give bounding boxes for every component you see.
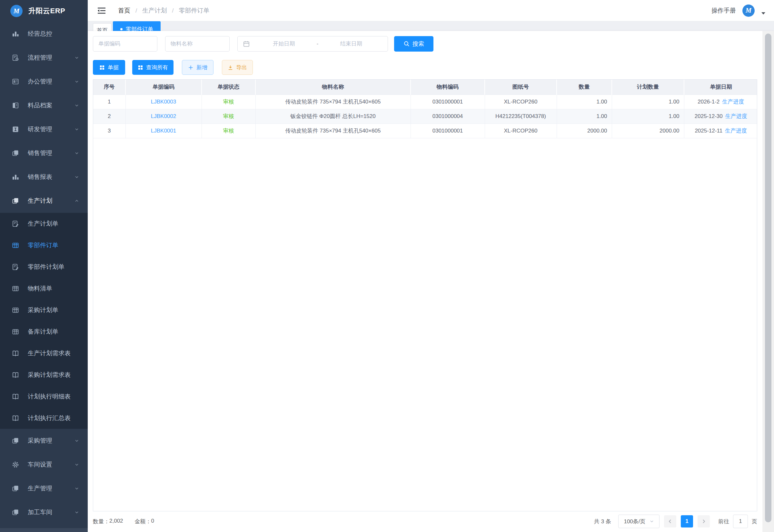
sidebar-item-production-plan-demand[interactable]: 生产计划需求表: [0, 342, 88, 364]
sidebar-item-label: 经营总控: [28, 30, 79, 38]
sidebar-item-production-management[interactable]: 生产管理: [0, 477, 88, 500]
order-code-link[interactable]: LJBK0001: [151, 128, 176, 134]
sidebar: M 升阳云ERP 经营总控 流程管理 办公管理 料品档案: [0, 0, 88, 532]
doc-edit-icon: [12, 263, 20, 271]
open-book-icon: [12, 414, 20, 422]
order-code-link[interactable]: LJBK0003: [151, 99, 176, 105]
quantity-value: 2,002: [109, 518, 123, 525]
sidebar-item-materials-archive[interactable]: 料品档案: [0, 94, 88, 117]
column-header-plan-qty: 计划数量: [612, 80, 684, 94]
sidebar-item-purchase-plan-demand[interactable]: 采购计划需求表: [0, 364, 88, 386]
page-scrollbar: [762, 31, 774, 532]
breadcrumb-production-planning[interactable]: 生产计划: [142, 6, 167, 15]
sidebar-item-production-planning[interactable]: 生产计划: [0, 189, 88, 213]
order-code-link[interactable]: LJBK0002: [151, 113, 176, 119]
pages-icon: [12, 197, 20, 205]
order-button[interactable]: 单据: [93, 60, 125, 75]
app-root: M 升阳云ERP 经营总控 流程管理 办公管理 料品档案: [0, 0, 774, 532]
sidebar-item-rd-management[interactable]: 研发管理: [0, 117, 88, 141]
sidebar-collapse-icon[interactable]: [97, 6, 106, 15]
material-name-input[interactable]: [165, 36, 230, 52]
scrollbar-thumb[interactable]: [765, 34, 771, 522]
sidebar-item-parts-plan-order[interactable]: 零部件计划单: [0, 256, 88, 278]
production-progress-link[interactable]: 生产进度: [725, 113, 747, 119]
query-all-button[interactable]: 查询所有: [132, 60, 174, 75]
production-progress-link[interactable]: 生产进度: [722, 99, 744, 105]
chevron-up-icon: [74, 198, 79, 203]
cell-material-code: 0301000001: [411, 123, 485, 138]
amount-label: 金额：: [135, 518, 151, 525]
add-button-label: 新增: [196, 64, 207, 71]
prev-page-button[interactable]: [664, 515, 676, 527]
pages-icon: [12, 149, 20, 157]
order-date: 2026-1-2: [698, 99, 719, 105]
sidebar-item-sales-management[interactable]: 销售管理: [0, 141, 88, 165]
add-button[interactable]: 新增: [182, 60, 213, 75]
sidebar-item-plan-execution-detail[interactable]: 计划执行明细表: [0, 386, 88, 407]
cell-plan-qty: 2000.00: [612, 123, 684, 138]
chart-bar-icon: [12, 173, 20, 181]
order-button-label: 单据: [108, 64, 119, 71]
column-header-material-code: 物料编码: [411, 80, 485, 94]
sidebar-item-workshop-settings[interactable]: 车间设置: [0, 453, 88, 477]
sidebar-item-label: 车间设置: [28, 460, 74, 469]
search-button[interactable]: 搜索: [394, 36, 433, 52]
summary-stats: 数量：2,002 金额：0: [93, 518, 154, 525]
start-date-input[interactable]: [252, 41, 316, 47]
filter-bar: - 搜索: [93, 36, 433, 52]
sidebar-item-business-overview[interactable]: 经营总控: [0, 22, 88, 46]
order-code-input[interactable]: [93, 36, 157, 52]
query-all-button-label: 查询所有: [146, 64, 168, 71]
sidebar-item-bom-list[interactable]: 物料清单: [0, 278, 88, 299]
end-date-input[interactable]: [319, 41, 383, 47]
sidebar-item-label: 计划执行明细表: [28, 392, 88, 401]
page-number-button[interactable]: 1: [681, 515, 693, 527]
user-menu-caret-icon[interactable]: [761, 12, 766, 15]
sidebar-item-production-plan-order[interactable]: 生产计划单: [0, 213, 88, 234]
grid-icon: [99, 65, 105, 70]
sidebar-item-purchase-plan-order[interactable]: 采购计划单: [0, 299, 88, 321]
sidebar-item-label: 流程管理: [28, 54, 74, 62]
cell-drawing-no: XL-RCOP260: [485, 94, 557, 109]
column-header-status: 单据状态: [202, 80, 255, 94]
breadcrumb-home[interactable]: 首页: [118, 6, 130, 15]
sidebar-item-purchase-management[interactable]: 采购管理: [0, 429, 88, 453]
sidebar-item-process-management[interactable]: 流程管理: [0, 46, 88, 70]
goto-page-input[interactable]: [733, 515, 748, 528]
page-size-select[interactable]: 100条/页: [618, 515, 660, 528]
production-progress-link[interactable]: 生产进度: [725, 128, 747, 134]
production-planning-submenu: 生产计划单 零部件订单 零部件计划单 物料清单 采购计划单: [0, 213, 88, 429]
table-grid-icon: [12, 241, 20, 249]
chevron-down-icon: [74, 55, 79, 60]
sidebar-item-processing-workshop[interactable]: 加工车间: [0, 500, 88, 524]
sidebar-item-office-management[interactable]: 办公管理: [0, 70, 88, 94]
date-range-picker[interactable]: -: [237, 36, 388, 52]
open-book-icon: [12, 393, 20, 400]
cell-plan-qty: 1.00: [612, 109, 684, 123]
toolbar: 单据 查询所有 新增 导出: [93, 60, 253, 75]
cell-status: 审核: [202, 94, 255, 109]
sidebar-item-plan-execution-summary[interactable]: 计划执行汇总表: [0, 407, 88, 429]
boxed-i-icon: [12, 125, 20, 133]
breadcrumb-separator: /: [135, 7, 137, 14]
sidebar-item-label: 销售管理: [28, 149, 74, 157]
sidebar-item-sales-reports[interactable]: 销售报表: [0, 165, 88, 189]
next-page-button[interactable]: [698, 515, 710, 527]
cell-plan-qty: 1.00: [612, 94, 684, 109]
page-unit-label: 页: [752, 518, 757, 525]
cell-qty: 1.00: [557, 109, 612, 123]
manual-link[interactable]: 操作手册: [711, 6, 736, 15]
sidebar-item-label: 备库计划单: [28, 328, 88, 336]
user-avatar[interactable]: M: [742, 5, 755, 17]
export-button[interactable]: 导出: [222, 60, 253, 75]
order-date: 2025-12-30: [695, 113, 723, 119]
sidebar-item-stock-plan-order[interactable]: 备库计划单: [0, 321, 88, 342]
chevron-down-icon: [74, 438, 79, 443]
table-grid-icon: [12, 306, 20, 314]
sidebar-item-parts-order[interactable]: 零部件订单: [0, 234, 88, 256]
cell-qty: 2000.00: [557, 123, 612, 138]
search-button-label: 搜索: [412, 40, 424, 48]
gear-icon: [12, 461, 20, 468]
column-header-qty: 数量: [557, 80, 612, 94]
sidebar-item-label: 采购计划单: [28, 306, 88, 314]
